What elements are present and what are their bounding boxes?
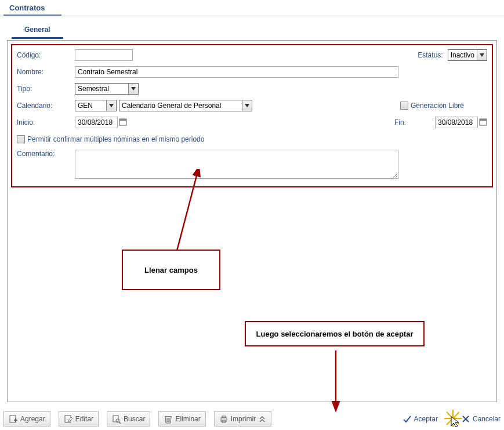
- calendario-desc-value: Calendario General de Personal: [122, 102, 221, 110]
- svg-rect-10: [10, 415, 16, 422]
- chevron-up-double-icon: [258, 415, 266, 423]
- svg-line-27: [447, 412, 459, 425]
- agregar-button[interactable]: Agregar: [3, 411, 50, 427]
- svg-rect-14: [113, 415, 118, 422]
- trash-icon: [164, 414, 173, 424]
- divider: [0, 16, 504, 16]
- nombre-input[interactable]: [75, 66, 398, 78]
- nombre-label: Nombre:: [17, 68, 75, 76]
- chevron-down-icon: [242, 100, 252, 111]
- svg-rect-7: [480, 119, 487, 121]
- svg-rect-5: [119, 119, 126, 121]
- calendario-code-value: GEN: [78, 102, 93, 110]
- buscar-label: Buscar: [124, 415, 145, 423]
- calendario-code-select[interactable]: GEN: [75, 100, 117, 111]
- codigo-label: Código:: [17, 51, 75, 59]
- tab-general[interactable]: General: [12, 22, 63, 39]
- svg-marker-3: [245, 104, 249, 107]
- annotation-llenar-campos: Llenar campos: [122, 250, 220, 290]
- comentario-textarea[interactable]: [75, 150, 398, 179]
- generacion-libre-checkbox[interactable]: [400, 102, 408, 110]
- agregar-label: Agregar: [20, 415, 45, 423]
- codigo-input[interactable]: [75, 49, 133, 61]
- toolbar: Agregar Editar Buscar Eliminar Imprimir …: [3, 410, 501, 428]
- check-icon: [403, 414, 412, 424]
- svg-marker-1: [131, 87, 136, 91]
- eliminar-button[interactable]: Eliminar: [158, 411, 205, 427]
- svg-rect-22: [222, 416, 226, 418]
- permitir-multiples-label: Permitir confirmar múltiples nóminas en …: [27, 135, 209, 143]
- svg-line-16: [119, 422, 121, 424]
- chevron-down-icon: [106, 100, 116, 111]
- tipo-select-value: Semestral: [78, 85, 109, 93]
- module-title: Contratos: [3, 0, 61, 16]
- eliminar-label: Eliminar: [175, 415, 200, 423]
- edit-icon: [64, 414, 73, 424]
- main-panel: Código: Estatus: Inactivo Nombre: Tipo: …: [7, 40, 497, 402]
- chevron-down-icon: [477, 50, 487, 60]
- estatus-select[interactable]: Inactivo: [448, 49, 487, 61]
- cancelar-button[interactable]: Cancelar: [461, 414, 501, 424]
- inicio-label: Inicio:: [17, 118, 75, 127]
- generacion-libre-label: Generación Libre: [411, 102, 487, 110]
- editar-button[interactable]: Editar: [59, 411, 99, 427]
- imprimir-button[interactable]: Imprimir: [214, 411, 271, 427]
- cursor-annotation: [443, 409, 463, 430]
- estatus-label: Estatus:: [418, 51, 447, 59]
- editar-label: Editar: [75, 415, 93, 423]
- print-icon: [219, 414, 229, 424]
- fin-input[interactable]: [435, 117, 478, 128]
- tab-bar: General: [12, 22, 504, 39]
- annotation-luego-aceptar: Luego seleccionaremos el botón de acepta…: [245, 321, 425, 346]
- comentario-label: Comentario:: [17, 150, 75, 158]
- svg-line-26: [447, 412, 459, 425]
- aceptar-label: Aceptar: [414, 415, 438, 423]
- calendario-desc-select[interactable]: Calendario General de Personal: [119, 100, 252, 111]
- chevron-down-icon: [128, 84, 138, 94]
- close-icon: [461, 414, 470, 424]
- fin-label: Fin:: [394, 118, 435, 127]
- buscar-button[interactable]: Buscar: [107, 411, 150, 427]
- aceptar-button[interactable]: Aceptar: [403, 414, 438, 424]
- permitir-multiples-checkbox[interactable]: [17, 135, 25, 143]
- cancelar-label: Cancelar: [473, 415, 501, 423]
- calendario-label: Calendario:: [17, 102, 75, 110]
- form-area: Código: Estatus: Inactivo Nombre: Tipo: …: [11, 44, 493, 187]
- svg-marker-0: [480, 53, 484, 57]
- tipo-label: Tipo:: [17, 85, 75, 93]
- search-icon: [112, 414, 121, 424]
- tipo-select[interactable]: Semestral: [75, 83, 139, 95]
- add-icon: [9, 414, 18, 424]
- calendar-icon[interactable]: [119, 118, 127, 128]
- svg-marker-2: [109, 104, 114, 107]
- estatus-select-value: Inactivo: [451, 51, 474, 59]
- imprimir-label: Imprimir: [231, 415, 256, 423]
- calendar-icon[interactable]: [479, 118, 487, 128]
- inicio-input[interactable]: [75, 117, 118, 128]
